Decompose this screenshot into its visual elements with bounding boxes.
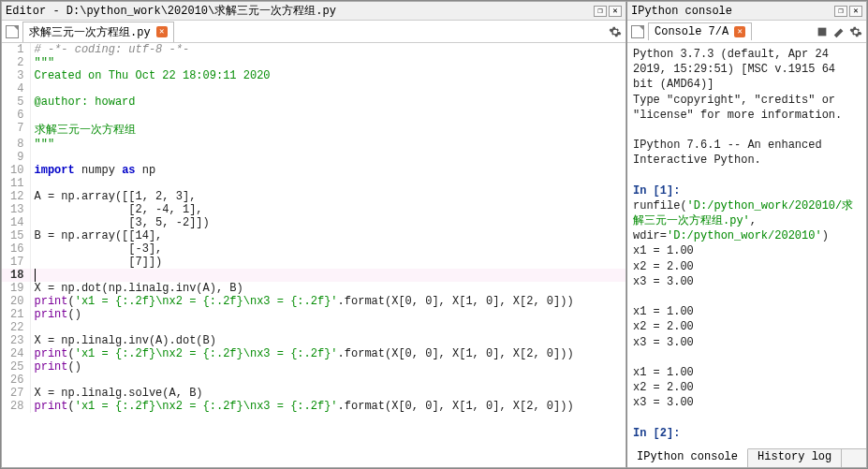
code-line[interactable]: X = np.linalg.inv(A).dot(B) <box>30 334 625 347</box>
code-line[interactable]: [3, 5, -2]]) <box>30 216 625 229</box>
gutter-line: 28 <box>2 400 30 413</box>
stop-icon[interactable] <box>816 25 829 38</box>
gutter-line: 23 <box>2 334 30 347</box>
console-tab-label: Console 7/A <box>655 25 728 38</box>
bottom-tab-ipython[interactable]: IPython console <box>627 448 748 467</box>
gutter-line: 4 <box>2 82 30 95</box>
code-line[interactable]: """ <box>30 138 625 151</box>
editor-titlebar: Editor - D:\python_work\202010\求解三元一次方程组… <box>2 2 625 21</box>
code-line[interactable]: print() <box>30 308 625 321</box>
code-line[interactable]: [7]]) <box>30 256 625 269</box>
console-title: IPython console <box>631 5 732 18</box>
code-line[interactable] <box>30 321 625 334</box>
new-console-icon[interactable] <box>631 25 644 38</box>
code-line[interactable] <box>30 109 625 122</box>
gutter-line: 25 <box>2 360 30 374</box>
code-line[interactable]: X = np.linalg.solve(A, B) <box>30 387 625 400</box>
editor-pane: Editor - D:\python_work\202010\求解三元一次方程组… <box>1 1 626 468</box>
code-line[interactable]: print('x1 = {:.2f}\nx2 = {:.2f}\nx3 = {:… <box>30 347 625 360</box>
gutter-line: 27 <box>2 387 30 400</box>
svg-rect-0 <box>818 27 827 36</box>
console-bottom-tabs: IPython console History log <box>627 448 866 467</box>
gutter-line: 11 <box>2 177 30 190</box>
editor-tabbar: 求解三元一次方程组.py ✕ <box>2 21 625 43</box>
code-line[interactable]: import numpy as np <box>30 164 625 177</box>
editor-tab-label: 求解三元一次方程组.py <box>29 24 151 40</box>
code-line[interactable]: Created on Thu Oct 22 18:09:11 2020 <box>30 69 625 82</box>
editor-title: Editor - D:\python_work\202010\求解三元一次方程组… <box>6 3 336 19</box>
code-line[interactable]: A = np.array([[1, 2, 3], <box>30 190 625 203</box>
gutter-line: 14 <box>2 216 30 229</box>
code-table: 1# -*- coding: utf-8 -*-2"""3Created on … <box>2 43 625 413</box>
code-line[interactable]: print('x1 = {:.2f}\nx2 = {:.2f}\nx3 = {:… <box>30 295 625 308</box>
code-line[interactable] <box>30 374 625 387</box>
console-pane: IPython console ❐ ✕ Console 7/A ✕ <box>626 1 867 468</box>
restore-icon[interactable]: ❐ <box>594 6 607 17</box>
gutter-line: 19 <box>2 282 30 295</box>
code-line[interactable] <box>30 177 625 190</box>
code-line[interactable]: # -*- coding: utf-8 -*- <box>30 43 625 56</box>
code-line[interactable]: """ <box>30 56 625 69</box>
console-titlebar: IPython console ❐ ✕ <box>627 2 866 21</box>
gutter-line: 16 <box>2 242 30 256</box>
tab-close-icon[interactable]: ✕ <box>156 26 168 37</box>
restore-icon[interactable]: ❐ <box>834 6 847 17</box>
gutter-line: 5 <box>2 95 30 109</box>
close-icon[interactable]: ✕ <box>609 6 622 17</box>
clear-icon[interactable] <box>832 25 846 38</box>
code-line[interactable]: X = np.dot(np.linalg.inv(A), B) <box>30 282 625 295</box>
tab-close-icon[interactable]: ✕ <box>734 26 745 37</box>
gutter-line: 24 <box>2 347 30 360</box>
close-icon[interactable]: ✕ <box>849 6 862 17</box>
gear-icon[interactable] <box>609 25 622 38</box>
console-output[interactable]: Python 3.7.3 (default, Apr 24 2019, 15:2… <box>627 43 866 448</box>
gear-icon[interactable] <box>849 25 862 38</box>
gutter-line: 13 <box>2 203 30 216</box>
code-line[interactable]: @author: howard <box>30 95 625 109</box>
code-line[interactable]: print('x1 = {:.2f}\nx2 = {:.2f}\nx3 = {:… <box>30 400 625 413</box>
console-tab-active[interactable]: Console 7/A ✕ <box>648 22 752 40</box>
code-line[interactable]: [2, -4, 1], <box>30 203 625 216</box>
gutter-line: 17 <box>2 256 30 269</box>
code-line[interactable] <box>30 82 625 95</box>
bottom-tab-history[interactable]: History log <box>748 449 842 467</box>
gutter-line: 22 <box>2 321 30 334</box>
gutter-line: 6 <box>2 109 30 122</box>
app-root: Editor - D:\python_work\202010\求解三元一次方程组… <box>0 0 868 469</box>
gutter-line: 9 <box>2 151 30 164</box>
gutter-line: 21 <box>2 308 30 321</box>
code-line[interactable]: B = np.array([[14], <box>30 229 625 242</box>
gutter-line: 1 <box>2 43 30 56</box>
gutter-line: 2 <box>2 56 30 69</box>
gutter-line: 3 <box>2 69 30 82</box>
gutter-line: 18 <box>2 269 30 282</box>
new-file-icon[interactable] <box>6 25 19 38</box>
console-tabbar: Console 7/A ✕ <box>627 21 866 43</box>
gutter-line: 26 <box>2 374 30 387</box>
code-line[interactable] <box>30 151 625 164</box>
gutter-line: 15 <box>2 229 30 242</box>
code-line[interactable]: [-3], <box>30 242 625 256</box>
gutter-line: 12 <box>2 190 30 203</box>
gutter-line: 20 <box>2 295 30 308</box>
editor-tab-active[interactable]: 求解三元一次方程组.py ✕ <box>22 22 174 42</box>
gutter-line: 7 <box>2 122 30 138</box>
gutter-line: 8 <box>2 138 30 151</box>
code-line[interactable]: print() <box>30 360 625 374</box>
code-editor[interactable]: 1# -*- coding: utf-8 -*-2"""3Created on … <box>2 43 625 467</box>
code-line[interactable]: 求解三元一次方程组 <box>30 122 625 138</box>
code-line[interactable] <box>30 269 625 282</box>
gutter-line: 10 <box>2 164 30 177</box>
